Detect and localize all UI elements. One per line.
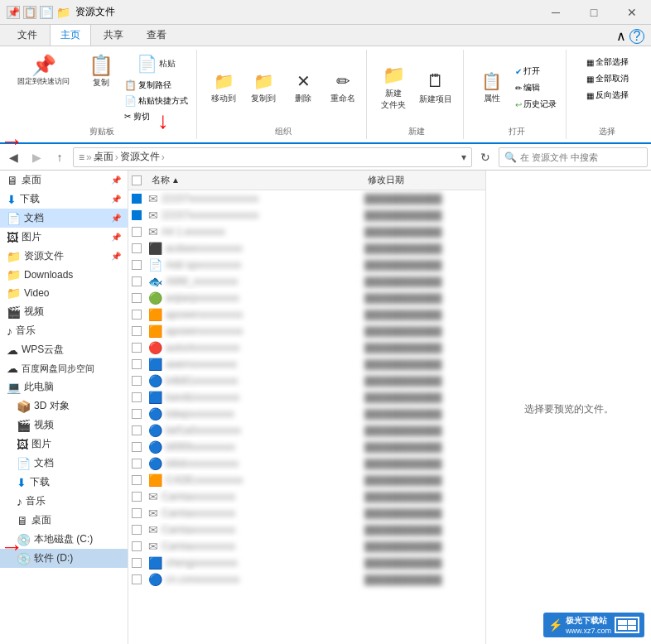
cut-button[interactable]: ✂ 剪切 — [121, 109, 191, 124]
open-icon: ✔ — [515, 67, 522, 76]
new-folder-button[interactable]: 📁 新建 文件夹 — [375, 60, 412, 115]
title-bar-controls[interactable]: 📌 📋 📄 — [7, 6, 53, 19]
minimize-button[interactable]: ─ — [537, 0, 575, 25]
refresh-button[interactable]: ↻ — [475, 147, 495, 167]
tab-share[interactable]: 共享 — [93, 24, 134, 46]
file-row[interactable]: 📄 Add spxxxxxxxxx ████████████ — [128, 257, 485, 273]
properties-button[interactable]: 📋 属性 — [474, 67, 510, 108]
sidebar-item-this-pc[interactable]: 💻 此电脑 — [0, 377, 128, 396]
file-row[interactable]: 🐟 AliIM_xxxxxxxxx ████████████ — [128, 273, 485, 290]
col-header-date[interactable]: 修改日期 — [361, 172, 485, 188]
sidebar-item-documents[interactable]: 📄 文档 📌 — [0, 209, 128, 228]
file-row[interactable]: 🟦 awemxxxxxxxxx ████████████ — [128, 356, 485, 372]
file-list-body: ✉ 22157xxxxxxxxxxxxxx ████████████ ✉ 221… — [128, 190, 485, 644]
sidebar-item-video[interactable]: 📁 Video — [0, 284, 128, 302]
file-row[interactable]: 🔵 bf0f0fxxxxxxxxx ████████████ — [128, 439, 485, 455]
file-row[interactable]: ⬛ acdseexxxxxxxxx ████████████ — [128, 240, 485, 257]
ribbon-tabs: 文件 主页 共享 查看 ∧ ? — [0, 25, 651, 46]
file-row[interactable]: ✉ Camtaxxxxxxxxx ████████████ — [128, 505, 485, 521]
sidebar-item-baidu-cloud[interactable]: ☁ 百度网盘同步空间 — [0, 359, 128, 377]
sidebar-item-desktop[interactable]: 🖥 桌面 📌 — [0, 171, 128, 190]
copy-path-button[interactable]: 📋 复制路径 — [121, 78, 191, 93]
file-icon: 📄 — [148, 258, 162, 272]
paste-button[interactable]: 📄 粘贴 — [121, 51, 191, 76]
file-row[interactable]: 🔵 b4b81xxxxxxxxx ████████████ — [128, 372, 485, 389]
close-button[interactable]: ✕ — [613, 0, 651, 25]
file-row[interactable]: 🔵 bef1a0xxxxxxxxx ████████████ — [128, 422, 485, 439]
sidebar-item-3d[interactable]: 📦 3D 对象 — [0, 396, 128, 416]
sidebar-item-pc-music[interactable]: ♪ 音乐 — [0, 492, 128, 511]
file-row[interactable]: 🔴 autockxxxxxxxxx ████████████ — [128, 339, 485, 356]
sidebar-item-music[interactable]: ♪ 音乐 — [0, 321, 128, 340]
file-row[interactable]: 🔵 cn.conxxxxxxxxx ████████████ — [128, 571, 485, 588]
address-dropdown-button[interactable]: ▾ — [461, 151, 466, 163]
select-none-button[interactable]: ▦ 全部取消 — [583, 71, 632, 86]
file-row[interactable]: 🟧 apowerxxxxxxxxx ████████████ — [128, 323, 485, 339]
file-row[interactable]: 🔵 bilidovxxxxxxxxx ████████████ — [128, 455, 485, 472]
sidebar-item-pc-downloads[interactable]: ⬇ 下载 — [0, 473, 128, 492]
copy-button[interactable]: 📋 复制 — [83, 51, 119, 93]
sidebar-item-pc-desktop[interactable]: 🖥 桌面 — [0, 511, 128, 530]
sidebar-item-pc-documents[interactable]: 📄 文档 — [0, 454, 128, 473]
file-row[interactable]: 🟧 apowerxxxxxxxxx ████████████ — [128, 306, 485, 323]
new-item-button[interactable]: 🗒 新建项目 — [413, 66, 458, 109]
desktop-icon: 🖥 — [7, 174, 18, 187]
sidebar-item-resources[interactable]: 📁 资源文件 📌 — [0, 247, 128, 266]
header-checkbox[interactable] — [132, 175, 142, 185]
rename-button[interactable]: ✏ 重命名 — [325, 67, 361, 108]
help-button[interactable]: ? — [629, 29, 644, 44]
window-controls[interactable]: ─ □ ✕ — [537, 0, 651, 25]
sidebar-item-drive-c[interactable]: 💿 本地磁盘 (C:) — [0, 530, 128, 549]
sidebar-item-pc-pictures[interactable]: 🖼 图片 — [0, 435, 128, 454]
file-row[interactable]: 🟦 bandizxxxxxxxxx ████████████ — [128, 389, 485, 406]
file-row[interactable]: ✉ 22157xxxxxxxxxxxxxx ████████████ — [128, 190, 485, 207]
file-row[interactable]: ✉ A4 1.exxxxxxx ████████████ — [128, 223, 485, 240]
ribbon-collapse-button[interactable]: ∧ — [616, 28, 626, 44]
file-row[interactable]: ✉ Camtaxxxxxxxxx ████████████ — [128, 488, 485, 505]
copy-icon-tb[interactable]: 📋 — [23, 6, 36, 19]
sidebar-item-wps-cloud[interactable]: ☁ WPS云盘 — [0, 340, 128, 359]
file-list-header: 名称 ▲ 修改日期 — [128, 171, 485, 190]
pictures-icon: 🖼 — [7, 231, 18, 244]
tab-home[interactable]: 主页 — [50, 24, 91, 46]
forward-button[interactable]: ▶ — [27, 147, 46, 167]
search-box[interactable]: 🔍 — [499, 147, 648, 167]
search-input[interactable] — [520, 152, 642, 162]
file-row[interactable]: 🟢 anjianjxxxxxxxxx ████████████ — [128, 290, 485, 306]
file-row[interactable]: ✉ Camtaxxxxxxxxx ████████████ — [128, 538, 485, 555]
up-button[interactable]: ↑ — [50, 147, 70, 167]
copy-to-button[interactable]: 📁 复制到 — [245, 67, 282, 108]
col-header-name[interactable]: 名称 ▲ — [145, 172, 361, 188]
paste-shortcut-button[interactable]: 📄 粘贴快捷方式 — [121, 94, 191, 108]
paste-icon-tb[interactable]: 📄 — [40, 6, 53, 19]
tab-file[interactable]: 文件 — [7, 24, 48, 46]
file-row[interactable]: 🟦 chengxxxxxxxxx ████████████ — [128, 555, 485, 571]
sidebar-item-pc-videos[interactable]: 🎬 视频 — [0, 416, 128, 435]
move-to-button[interactable]: 📁 移动到 — [205, 67, 242, 108]
file-row[interactable]: ✉ Camtaxxxxxxxxx ████████████ — [128, 521, 485, 538]
tab-view[interactable]: 查看 — [136, 24, 177, 46]
back-button[interactable]: ◀ — [3, 147, 23, 167]
edit-button[interactable]: ✏ 编辑 — [512, 80, 560, 95]
sidebar-item-downloads-folder[interactable]: 📁 Downloads — [0, 266, 128, 284]
breadcrumb-resources[interactable]: 资源文件 — [120, 150, 160, 164]
sidebar-item-videos[interactable]: 🎬 视频 — [0, 302, 128, 321]
pc-videos-icon: 🎬 — [17, 419, 31, 432]
delete-button[interactable]: ✕ 删除 — [285, 67, 321, 108]
file-row[interactable]: 🟧 CADEcxxxxxxxxx ████████████ — [128, 472, 485, 488]
invert-selection-button[interactable]: ▦ 反向选择 — [583, 88, 632, 103]
maximize-button[interactable]: □ — [575, 0, 613, 25]
sidebar-item-downloads[interactable]: ⬇ 下载 📌 — [0, 190, 128, 209]
pin-to-quick-access-button[interactable]: 📌 固定到快速访问 — [12, 51, 75, 90]
file-row[interactable]: ✉ 22157xxxxxxxxxxxxxx ████████████ — [128, 207, 485, 223]
history-button[interactable]: ↩ 历史记录 — [512, 97, 560, 112]
open-button[interactable]: ✔ 打开 — [512, 64, 560, 79]
sidebar-item-pictures[interactable]: 🖼 图片 📌 — [0, 228, 128, 247]
file-row[interactable]: 🔵 bdwpxxxxxxxxx ████████████ — [128, 406, 485, 422]
breadcrumb-desktop[interactable]: 桌面 — [94, 150, 113, 164]
select-all-button[interactable]: ▦ 全部选择 — [583, 55, 632, 70]
quick-access-icon[interactable]: 📌 — [7, 6, 20, 19]
sidebar-item-drive-d[interactable]: 💿 软件 (D:) — [0, 549, 128, 568]
sidebar: 🖥 桌面 📌 ⬇ 下载 📌 📄 文档 📌 🖼 图片 📌 📁 资源 — [0, 171, 128, 644]
address-bar[interactable]: ≡ » 桌面 › 资源文件 › ▾ — [73, 147, 472, 167]
